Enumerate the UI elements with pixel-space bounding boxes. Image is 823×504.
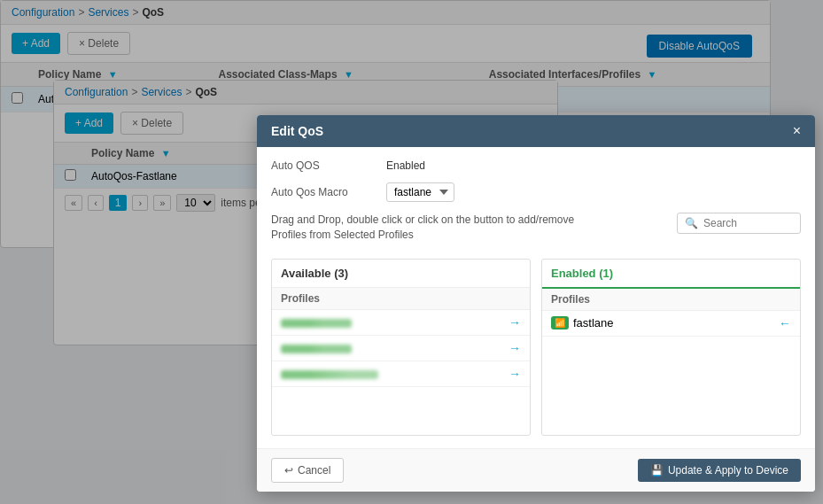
available-profile-2-icon <box>281 341 352 354</box>
available-profile-2-arrow[interactable]: → <box>509 341 521 355</box>
search-icon: 🔍 <box>685 217 698 229</box>
update-label: Update & Apply to Device <box>668 464 788 477</box>
available-profiles-header: Available (3) <box>272 260 530 288</box>
modal-close-button[interactable]: × <box>793 124 801 138</box>
enabled-profile-wifi-icon: 📶 <box>551 316 569 330</box>
update-icon: 💾 <box>650 464 664 477</box>
auto-qos-macro-label: Auto Qos Macro <box>271 186 386 198</box>
enabled-profiles-col-header: Profiles <box>542 289 800 311</box>
available-profile-1-arrow[interactable]: → <box>509 315 521 330</box>
available-profile-item-3[interactable]: → <box>272 361 530 387</box>
edit-qos-modal: Edit QoS × Auto QOS Enabled Auto Qos Mac… <box>257 115 815 492</box>
enabled-profile-item-1[interactable]: 📶 fastlane ← <box>542 311 800 337</box>
update-apply-button[interactable]: 💾 Update & Apply to Device <box>638 459 801 482</box>
modal-footer: ↩ Cancel 💾 Update & Apply to Device <box>257 448 815 492</box>
auto-qos-label: Auto QOS <box>271 159 386 172</box>
available-profiles-panel: Available (3) Profiles → → → <box>271 259 531 436</box>
available-profile-item-2[interactable]: → <box>272 336 530 361</box>
auto-qos-row: Auto QOS Enabled <box>271 159 801 172</box>
enabled-profile-1-arrow[interactable]: ← <box>779 316 791 330</box>
available-profile-3-arrow[interactable]: → <box>509 367 521 381</box>
modal-title: Edit QoS <box>271 124 323 138</box>
auto-qos-macro-select[interactable]: fastlane <box>386 182 454 202</box>
enabled-profile-1-name: fastlane <box>573 316 614 330</box>
available-profile-1-icon <box>281 315 352 329</box>
search-input[interactable] <box>703 217 793 229</box>
drag-drop-text: Drag and Drop, double click or click on … <box>271 213 590 243</box>
search-box[interactable]: 🔍 <box>677 213 801 234</box>
cancel-icon: ↩ <box>284 464 293 477</box>
available-profiles-col-header: Profiles <box>272 288 530 310</box>
modal-body: Auto QOS Enabled Auto Qos Macro fastlane… <box>257 147 815 448</box>
auto-qos-value: Enabled <box>386 159 425 172</box>
modal-header: Edit QoS × <box>257 115 815 147</box>
enabled-profiles-header: Enabled (1) <box>542 260 800 289</box>
cancel-button[interactable]: ↩ Cancel <box>271 458 344 483</box>
available-profile-item-1[interactable]: → <box>272 310 530 336</box>
available-profile-3-icon <box>281 367 378 380</box>
enabled-profiles-panel: Enabled (1) Profiles 📶 fastlane ← <box>541 259 801 436</box>
cancel-label: Cancel <box>298 464 330 477</box>
profiles-container: Available (3) Profiles → → → Enabled (1) <box>271 259 801 436</box>
auto-qos-macro-row: Auto Qos Macro fastlane <box>271 182 801 202</box>
